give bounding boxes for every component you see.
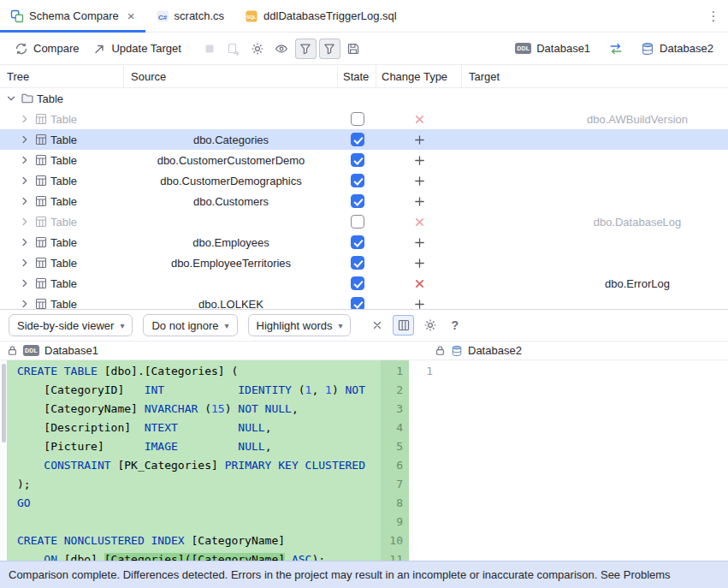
status-message: Comparison complete. Differences detecte… [9, 568, 671, 581]
table-icon [34, 256, 48, 270]
chevron-right-icon[interactable] [18, 153, 32, 167]
align-changes-icon[interactable] [393, 315, 414, 336]
close-tab-icon[interactable]: × [127, 9, 135, 22]
state-checkbox[interactable] [351, 133, 364, 146]
diff-toolbar: Side-by-side viewer ▾ Do not ignore ▾ Hi… [0, 309, 728, 342]
stop-icon[interactable] [199, 39, 221, 59]
table-icon [34, 276, 48, 290]
diff-left-code[interactable]: CREATE TABLE [dbo].[Categories] ( [Categ… [7, 360, 381, 561]
diff-right-code[interactable] [441, 360, 728, 561]
chevron-right-icon[interactable] [18, 235, 32, 249]
tab-options-kebab-icon[interactable]: ⋮ [699, 0, 728, 32]
chevron-right-icon[interactable] [18, 256, 32, 270]
table-row[interactable]: Tabledbo.CustomerCustomerDemo [0, 150, 728, 170]
save-icon[interactable] [343, 39, 364, 59]
scrollbar-thumb[interactable] [2, 364, 6, 442]
grid-header: Tree Source State Change Type Target [0, 65, 728, 88]
ignore-policy-dropdown[interactable]: Do not ignore ▾ [143, 314, 237, 336]
column-header-state[interactable]: State [338, 65, 376, 87]
chevron-right-icon[interactable] [18, 297, 32, 309]
editor-settings-gear-icon[interactable] [419, 315, 441, 336]
chevron-right-icon[interactable] [18, 194, 32, 208]
state-checkbox[interactable] [351, 112, 364, 126]
editor-tab-bar: Schema Compare × C# scratch.cs SQL ddlDa… [0, 0, 728, 33]
database-icon [641, 42, 654, 56]
highlight-mode-value: Highlight words [257, 319, 333, 332]
comparison-status-banner: Comparison complete. Differences detecte… [0, 561, 728, 588]
table-row[interactable]: Tabledbo.DatabaseLog [0, 211, 728, 232]
grid-rows: Tabledbo.AWBuildVersionTabledbo.Categori… [0, 109, 728, 309]
preview-eye-icon[interactable] [271, 39, 293, 59]
settings-gear-icon[interactable] [247, 39, 269, 59]
chevron-right-icon[interactable] [18, 215, 32, 229]
diff-left-header: DDL Database1 [0, 344, 409, 357]
state-checkbox[interactable] [351, 174, 364, 187]
tree-row-label: Table [50, 154, 77, 167]
add-change-icon [414, 134, 425, 146]
table-row[interactable]: Tabledbo.CustomerDemographics [0, 170, 728, 191]
lock-icon[interactable] [7, 345, 18, 356]
table-row[interactable]: Tabledbo.EmployeeTerritories [0, 252, 728, 273]
viewer-mode-value: Side-by-side viewer [17, 319, 114, 332]
source-name: dbo.CustomerDemographics [124, 175, 338, 187]
lock-icon[interactable] [435, 345, 446, 356]
ddl-datasource-icon: DDL [515, 43, 531, 54]
arrow-up-right-icon [92, 42, 106, 56]
update-target-button[interactable]: Update Target [86, 39, 186, 59]
column-header-target[interactable]: Target [462, 65, 728, 87]
svg-text:SQL: SQL [246, 14, 257, 19]
column-header-change-type[interactable]: Change Type [376, 65, 462, 87]
compare-button[interactable]: Compare [9, 39, 85, 59]
state-checkbox[interactable] [351, 194, 364, 208]
state-checkbox[interactable] [351, 276, 364, 290]
table-row[interactable]: Tabledbo.LOLKEK [0, 294, 728, 309]
diff-left-gutter: 1234567891011 [381, 360, 409, 561]
source-name: dbo.EmployeeTerritories [124, 257, 338, 270]
state-checkbox[interactable] [351, 256, 364, 270]
filter-target-icon[interactable] [319, 39, 340, 59]
table-row[interactable]: Tabledbo.Customers [0, 191, 728, 211]
table-row[interactable]: Tabledbo.AWBuildVersion [0, 109, 728, 129]
left-editor-scrollbar[interactable] [0, 360, 7, 561]
highlight-mode-dropdown[interactable]: Highlight words ▾ [248, 314, 352, 336]
table-icon [34, 153, 48, 167]
diff-left-editor[interactable]: CREATE TABLE [dbo].[Categories] ( [Categ… [7, 360, 409, 561]
tab-schema-compare[interactable]: Schema Compare × [0, 0, 145, 32]
table-row[interactable]: Tabledbo.Categories [0, 129, 728, 150]
chevron-right-icon[interactable] [18, 112, 32, 126]
chevron-right-icon[interactable] [18, 133, 32, 146]
tree-row-label: Table [50, 277, 77, 290]
swap-databases-icon[interactable] [605, 39, 626, 59]
table-row[interactable]: Tabledbo.ErrorLog [0, 273, 728, 294]
state-checkbox[interactable] [351, 235, 364, 249]
chevron-right-icon[interactable] [18, 174, 32, 187]
copy-to-target-icon[interactable] [223, 39, 245, 59]
diff-right-editor[interactable]: 1 [409, 360, 728, 561]
column-header-tree[interactable]: Tree [0, 65, 124, 87]
source-database-label: Database1 [536, 42, 590, 55]
table-icon [34, 297, 48, 309]
table-row[interactable]: Tabledbo.Employees [0, 232, 728, 252]
delete-change-icon [414, 217, 425, 228]
add-change-icon [414, 258, 425, 269]
svg-text:C#: C# [157, 13, 167, 21]
tab-scratch-cs[interactable]: C# scratch.cs [145, 0, 235, 32]
chevron-down-icon: ▾ [338, 321, 342, 330]
state-checkbox[interactable] [351, 215, 364, 229]
target-database-selector[interactable]: Database2 [635, 39, 719, 59]
source-database-selector[interactable]: DDL Database1 [509, 39, 596, 58]
viewer-mode-dropdown[interactable]: Side-by-side viewer ▾ [9, 314, 133, 336]
chevron-right-icon[interactable] [18, 276, 32, 290]
tab-ddl-database-trigger-log-sql[interactable]: SQL ddlDatabaseTriggerLog.sql [234, 0, 407, 32]
chevron-down-icon[interactable] [4, 92, 18, 105]
column-header-source[interactable]: Source [124, 65, 338, 87]
table-group-row[interactable]: Table [0, 88, 728, 109]
state-checkbox[interactable] [351, 153, 364, 167]
table-icon [34, 112, 48, 126]
close-icon[interactable] [366, 315, 388, 336]
state-checkbox[interactable] [351, 297, 364, 309]
help-icon[interactable]: ? [446, 318, 464, 332]
table-icon [34, 215, 48, 229]
filter-source-icon[interactable] [295, 39, 317, 59]
tab-label: scratch.cs [175, 9, 225, 22]
